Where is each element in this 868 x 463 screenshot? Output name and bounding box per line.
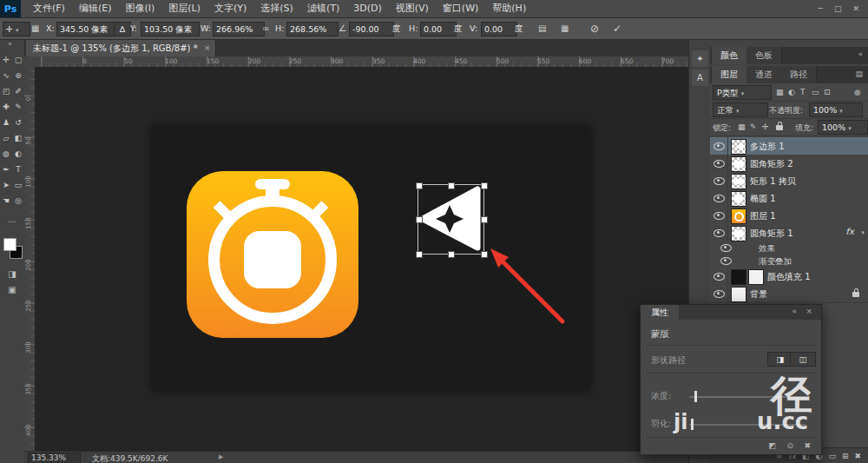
visibility-toggle[interactable] xyxy=(710,155,728,172)
layer-name[interactable]: 圆角矩形 2 xyxy=(750,158,793,170)
y-input[interactable]: 103.50 像素 xyxy=(141,22,200,36)
x-input[interactable]: 345.50 像素 xyxy=(56,22,115,36)
layer-row-rounded-rect-1[interactable]: 圆角矩形 1 fx ▾ xyxy=(710,224,868,242)
menu-window[interactable]: 窗口(W) xyxy=(436,0,485,17)
clone-stamp-tool[interactable]: ♟ xyxy=(0,115,12,130)
document-tab[interactable]: 未标题-1 @ 135% (多边形 1, RGB/8#) * × xyxy=(26,40,216,56)
layer-thumbnail[interactable] xyxy=(731,156,746,172)
crop-tool[interactable]: ◰ xyxy=(0,83,12,99)
v-skew-input[interactable]: 0.00 xyxy=(481,22,517,36)
lock-transparency-icon[interactable]: ▦ xyxy=(738,122,746,131)
delete-layer-icon[interactable]: ✖ xyxy=(854,452,861,460)
tab-paths[interactable]: 路径 xyxy=(781,66,817,83)
transform-handle[interactable] xyxy=(448,182,455,189)
type-tool[interactable]: T xyxy=(12,162,24,177)
angle-input[interactable]: -90.00 xyxy=(349,22,394,36)
transform-handle[interactable] xyxy=(416,251,423,258)
visibility-toggle[interactable] xyxy=(710,207,728,224)
shape-tool[interactable]: ▭ xyxy=(12,177,24,193)
fill-layer-thumbnail[interactable] xyxy=(731,269,746,285)
visibility-toggle[interactable] xyxy=(710,137,728,155)
layers-panel-menu-icon[interactable]: ▤ xyxy=(855,69,863,78)
menu-edit[interactable]: 编辑(E) xyxy=(72,0,119,17)
collapsed-panel-icon[interactable]: ✦ xyxy=(692,50,708,67)
menu-help[interactable]: 帮助(H) xyxy=(485,0,533,17)
history-brush-tool[interactable]: ↺ xyxy=(12,115,24,130)
close-button[interactable]: ✕ xyxy=(852,4,859,13)
layer-thumbnail[interactable] xyxy=(731,208,746,224)
filter-shape-icon[interactable]: ▭ xyxy=(812,88,819,96)
opacity-dropdown[interactable]: 100%▾ xyxy=(809,103,863,117)
lasso-tool[interactable]: ∿ xyxy=(0,68,12,83)
close-document-icon[interactable]: × xyxy=(204,40,211,56)
layer-name[interactable]: 颜色填充 1 xyxy=(767,271,811,283)
lock-position-icon[interactable]: ✛ xyxy=(762,122,769,131)
layer-name[interactable]: 矩形 1 拷贝 xyxy=(750,175,796,188)
filter-toggle-icon[interactable]: ● xyxy=(854,88,861,96)
collapse-properties-icon[interactable]: « xyxy=(792,307,797,315)
filter-type-icon[interactable]: T xyxy=(800,88,806,96)
transform-handle[interactable] xyxy=(416,216,423,223)
path-selection-tool[interactable]: ➤ xyxy=(0,177,12,193)
visibility-toggle[interactable] xyxy=(710,172,728,189)
filter-pixel-icon[interactable]: ▦ xyxy=(776,88,784,96)
filter-smart-object-icon[interactable]: ⊡ xyxy=(824,88,831,96)
brush-tool[interactable]: ✎ xyxy=(12,99,24,115)
zoom-tool[interactable]: ◎ xyxy=(12,193,24,208)
tab-color[interactable]: 颜色 xyxy=(712,47,747,64)
layer-name[interactable]: 多边形 1 xyxy=(750,141,785,153)
warp-mode-icon[interactable]: ▦ xyxy=(561,23,569,35)
menu-file[interactable]: 文件(F) xyxy=(26,0,72,17)
menu-filter[interactable]: 滤镜(T) xyxy=(300,0,346,17)
visibility-toggle[interactable] xyxy=(710,189,728,207)
layer-row-rounded-rect-2[interactable]: 圆角矩形 2 xyxy=(710,155,868,173)
interpolation-icon[interactable]: ▤ xyxy=(538,23,546,35)
menu-3d[interactable]: 3D(D) xyxy=(346,0,389,17)
visibility-toggle[interactable] xyxy=(710,224,728,241)
rectangular-marquee-tool[interactable]: ▢ xyxy=(12,52,24,68)
cancel-transform-button[interactable]: ⊘ xyxy=(590,23,599,35)
layer-name[interactable]: 圆角矩形 1 xyxy=(750,228,793,240)
fill-dropdown[interactable]: 100%▾ xyxy=(818,120,868,135)
transform-handle[interactable] xyxy=(481,182,488,189)
menu-image[interactable]: 图像(I) xyxy=(118,0,161,17)
layer-row-color-fill-1[interactable]: 颜色填充 1 xyxy=(710,268,868,286)
layer-thumbnail[interactable] xyxy=(731,174,746,189)
transform-handle[interactable] xyxy=(448,251,455,258)
tab-channels[interactable]: 通道 xyxy=(746,66,782,83)
menu-select[interactable]: 选择(S) xyxy=(253,0,300,17)
delete-mask-icon[interactable]: ✖ xyxy=(804,441,811,450)
quick-selection-tool[interactable]: ⊛ xyxy=(12,68,24,83)
quick-mask-icon[interactable]: ◨ xyxy=(0,269,24,279)
relative-position-button[interactable]: ∆ xyxy=(114,22,131,36)
h-skew-input[interactable]: 0.00 xyxy=(420,22,457,36)
commit-transform-button[interactable]: ✓ xyxy=(613,23,621,35)
layer-row-polygon-1[interactable]: 多边形 1 xyxy=(710,137,868,155)
layer-effects-badge[interactable]: fx xyxy=(846,227,854,236)
menu-layer[interactable]: 图层(L) xyxy=(161,0,207,17)
density-slider-knob[interactable] xyxy=(694,391,697,402)
tab-properties[interactable]: 属性 xyxy=(641,305,679,320)
eraser-tool[interactable]: ▱ xyxy=(0,130,12,146)
blend-mode-dropdown[interactable]: 正常▾ xyxy=(713,103,768,117)
visibility-toggle[interactable] xyxy=(717,255,734,268)
effects-collapse-icon[interactable]: ▾ xyxy=(861,229,865,236)
screen-mode-icon[interactable]: ▣ xyxy=(0,285,24,294)
height-input[interactable]: 268.56% xyxy=(286,22,339,36)
gradient-tool[interactable]: ◧ xyxy=(12,130,24,146)
visibility-toggle[interactable] xyxy=(717,241,734,255)
edit-toolbar-icon[interactable]: ⋯ xyxy=(0,217,24,226)
layer-name[interactable]: 椭圆 1 xyxy=(750,193,776,205)
dodge-tool[interactable]: ◐ xyxy=(12,146,24,162)
close-properties-icon[interactable]: × xyxy=(806,307,812,315)
move-tool[interactable]: ✛ xyxy=(0,52,12,68)
layer-thumbnail[interactable] xyxy=(731,287,746,302)
layer-name[interactable]: 图层 1 xyxy=(750,210,776,222)
layer-mask-thumbnail[interactable] xyxy=(748,269,764,285)
blur-tool[interactable]: ◍ xyxy=(0,146,12,162)
foreground-color-swatch[interactable] xyxy=(3,238,16,251)
new-layer-icon[interactable]: ⊞ xyxy=(842,452,849,460)
invert-mask-icon[interactable]: ◩ xyxy=(768,441,776,450)
stopwatch-app-icon[interactable] xyxy=(187,171,358,338)
menu-view[interactable]: 视图(V) xyxy=(389,0,436,17)
